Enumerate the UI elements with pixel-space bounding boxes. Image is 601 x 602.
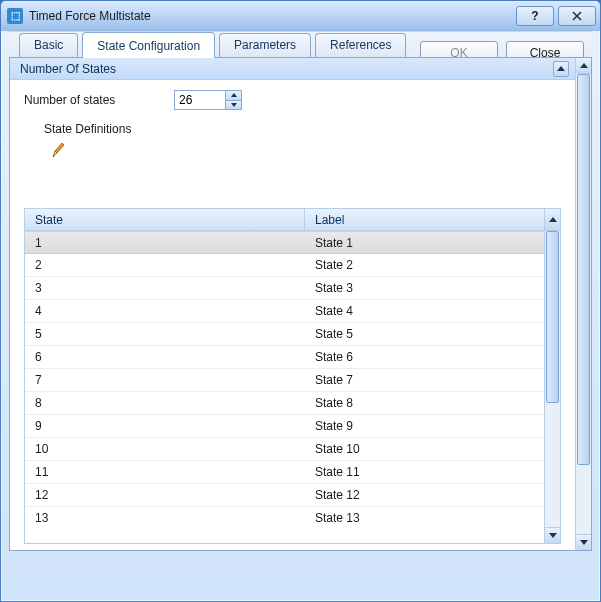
cell-label: State 5 [305, 327, 544, 341]
tab-parameters[interactable]: Parameters [219, 33, 311, 57]
table-row[interactable]: 10State 10 [25, 438, 544, 461]
cell-label: State 4 [305, 304, 544, 318]
grid-scroll-up-button[interactable] [544, 209, 560, 230]
tabpage-scroll-down-button[interactable] [576, 534, 591, 550]
tab-state-configuration[interactable]: State Configuration [82, 32, 215, 58]
state-definitions-toolbar [24, 136, 561, 169]
table-row[interactable]: 9State 9 [25, 415, 544, 438]
chevron-up-icon [580, 63, 588, 68]
tabpage-scrollbar-thumb[interactable] [577, 74, 590, 465]
number-of-states-input[interactable] [175, 91, 225, 109]
table-row[interactable]: 6State 6 [25, 346, 544, 369]
table-row[interactable]: 4State 4 [25, 300, 544, 323]
cell-label: State 11 [305, 465, 544, 479]
state-grid: State Label 1State 12State 23State 34Sta… [24, 208, 561, 544]
grid-scrollbar[interactable] [544, 231, 560, 527]
table-row[interactable]: 7State 7 [25, 369, 544, 392]
window-title: Timed Force Multistate [29, 9, 512, 23]
tabpage-scroll-up-button[interactable] [576, 58, 591, 74]
cell-label: State 2 [305, 258, 544, 272]
cell-label: State 13 [305, 511, 544, 525]
cell-state: 6 [25, 350, 305, 364]
tabstrip: BasicState ConfigurationParametersRefere… [9, 31, 592, 57]
number-of-states-label: Number of states [24, 93, 174, 107]
table-row[interactable]: 13State 13 [25, 507, 544, 527]
cell-label: State 12 [305, 488, 544, 502]
grid-scroll-down-button[interactable] [544, 527, 560, 543]
cell-label: State 7 [305, 373, 544, 387]
chevron-up-icon [557, 66, 565, 71]
client-area: BasicState ConfigurationParametersRefere… [9, 31, 592, 593]
section-title: Number Of States [20, 62, 116, 76]
chevron-down-icon [580, 540, 588, 545]
grid-header: State Label [25, 209, 560, 231]
number-of-states-row: Number of states [24, 88, 561, 112]
close-window-button[interactable] [558, 6, 596, 26]
cell-label: State 3 [305, 281, 544, 295]
cell-state: 10 [25, 442, 305, 456]
column-header-label[interactable]: Label [305, 209, 544, 230]
cell-state: 5 [25, 327, 305, 341]
chevron-up-icon [549, 217, 557, 222]
cell-state: 4 [25, 304, 305, 318]
tab-basic[interactable]: Basic [19, 33, 78, 57]
spinner-down-button[interactable] [225, 101, 241, 110]
tab-references[interactable]: References [315, 33, 406, 57]
cell-state: 3 [25, 281, 305, 295]
section-header: Number Of States [10, 58, 575, 80]
dialog-window: ⬚ Timed Force Multistate ? BasicState Co… [0, 0, 601, 602]
state-definitions-label: State Definitions [24, 122, 561, 136]
help-button[interactable]: ? [516, 6, 554, 26]
cell-state: 1 [25, 236, 305, 250]
cell-state: 8 [25, 396, 305, 410]
table-row[interactable]: 2State 2 [25, 254, 544, 277]
help-icon: ? [531, 9, 538, 23]
section-collapse-button[interactable] [553, 61, 569, 77]
tab-label: Basic [34, 38, 63, 52]
cell-label: State 1 [305, 236, 544, 250]
tab-page-content: Number Of States Number of states [10, 58, 575, 550]
table-row[interactable]: 1State 1 [25, 231, 544, 254]
table-row[interactable]: 12State 12 [25, 484, 544, 507]
cell-label: State 9 [305, 419, 544, 433]
chevron-up-icon [231, 93, 237, 97]
table-row[interactable]: 5State 5 [25, 323, 544, 346]
pencil-icon [50, 140, 66, 160]
close-icon [572, 11, 582, 21]
cell-state: 12 [25, 488, 305, 502]
grid-scrollbar-thumb[interactable] [546, 231, 559, 403]
cell-label: State 8 [305, 396, 544, 410]
table-row[interactable]: 8State 8 [25, 392, 544, 415]
table-row[interactable]: 11State 11 [25, 461, 544, 484]
cell-state: 7 [25, 373, 305, 387]
content-area: BasicState ConfigurationParametersRefere… [9, 31, 592, 551]
chevron-down-icon [231, 103, 237, 107]
column-header-state[interactable]: State [25, 209, 305, 230]
cell-state: 11 [25, 465, 305, 479]
cell-label: State 6 [305, 350, 544, 364]
table-row[interactable]: 3State 3 [25, 277, 544, 300]
chevron-down-icon [549, 533, 557, 538]
section-body: Number of states State Definitions [10, 80, 575, 177]
titlebar: ⬚ Timed Force Multistate ? [1, 1, 600, 31]
app-icon: ⬚ [7, 8, 23, 24]
edit-button[interactable] [50, 140, 66, 160]
cell-state: 9 [25, 419, 305, 433]
cell-label: State 10 [305, 442, 544, 456]
tab-label: Parameters [234, 38, 296, 52]
spinner-up-button[interactable] [225, 91, 241, 101]
tab-page: Number Of States Number of states [9, 57, 592, 551]
cell-state: 13 [25, 511, 305, 525]
grid-body: 1State 12State 23State 34State 45State 5… [25, 231, 544, 527]
number-of-states-spinner [174, 90, 242, 110]
tab-label: References [330, 38, 391, 52]
tab-label: State Configuration [97, 39, 200, 53]
cell-state: 2 [25, 258, 305, 272]
tabpage-scrollbar[interactable] [575, 58, 591, 550]
